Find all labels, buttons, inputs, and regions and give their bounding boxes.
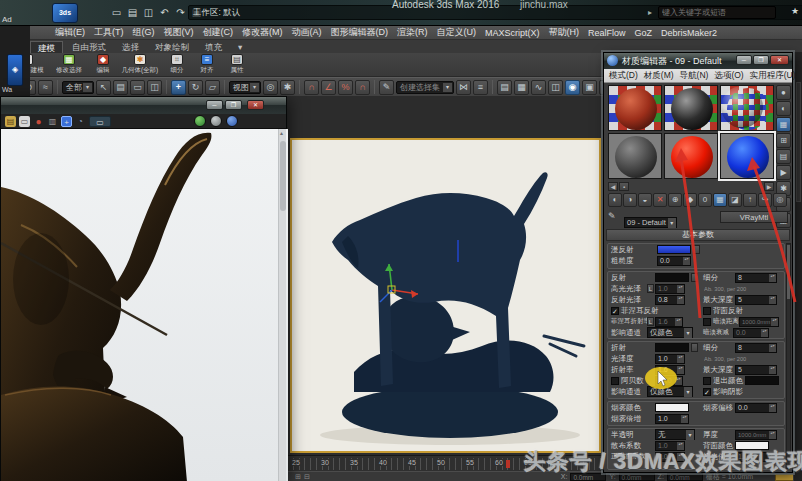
material-type-button[interactable]: VRayMtl xyxy=(720,211,788,223)
reflect-affect-channels-dropdown[interactable]: 仅颜色 xyxy=(647,327,693,338)
back-reflect-checkbox[interactable] xyxy=(703,307,711,315)
abbe-field[interactable]: 50.0 xyxy=(655,376,683,386)
window-crossing-icon[interactable]: ◫ xyxy=(147,80,162,95)
rectangular-selection-icon[interactable]: ▭ xyxy=(130,80,145,95)
save-icon[interactable]: ◫ xyxy=(142,6,155,19)
get-material-icon[interactable]: ◐ xyxy=(608,193,622,207)
material-editor-icon[interactable]: ◉ xyxy=(565,80,580,95)
curve-editor-icon[interactable]: ∿ xyxy=(531,80,546,95)
hilight-lock-button[interactable]: L xyxy=(647,284,654,293)
exit-color-checkbox[interactable] xyxy=(703,377,711,385)
make-preview-icon[interactable]: ▶ xyxy=(776,165,791,180)
ribbon-tab-modeling[interactable]: 建模 xyxy=(30,41,63,53)
infocenter-arrow-icon[interactable]: ▸ xyxy=(648,8,652,17)
fresnel-ior-lock-button[interactable]: L xyxy=(647,317,654,326)
favorites-star-icon[interactable]: ★ xyxy=(791,6,799,16)
redo-icon[interactable]: ↷ xyxy=(174,6,187,19)
reflect-max-depth-field[interactable]: 5 xyxy=(735,295,777,305)
show-end-result-icon[interactable]: ◪ xyxy=(728,193,742,207)
diffuse-color-swatch[interactable] xyxy=(657,245,691,254)
menu-views[interactable]: 视图(V) xyxy=(164,26,194,39)
reflect-subdivs-field[interactable]: 8 xyxy=(735,273,777,283)
material-editor-window[interactable]: 材质编辑器 - 09 - Default ─ ❐ ✕ 模式(D) 材质(M) 导… xyxy=(603,52,793,473)
ribbon-button-edit[interactable]: ◆ 编辑 xyxy=(90,54,116,75)
go-to-parent-icon[interactable]: ↑ xyxy=(743,193,757,207)
fog-mult-field[interactable]: 1.0 xyxy=(655,414,689,424)
slot-scroll-right-icon[interactable]: ▶ xyxy=(764,182,774,191)
ribbon-button-modify-selection[interactable]: ▦ 修改选择 xyxy=(52,54,86,75)
put-to-scene-icon[interactable]: ◑ xyxy=(623,193,637,207)
select-object-icon[interactable]: ↖ xyxy=(96,80,111,95)
menu-group[interactable]: 组(G) xyxy=(133,26,155,39)
dim-distance-field[interactable]: 1000.0mm xyxy=(739,317,779,327)
use-pivot-center-icon[interactable]: ◎ xyxy=(263,80,278,95)
ribbon-button-geometry-all[interactable]: ✱ 几何体(全部) xyxy=(120,54,160,75)
undo-icon[interactable]: ↶ xyxy=(158,6,171,19)
menu-realflow[interactable]: RealFlow xyxy=(588,28,626,38)
schematic-view-icon[interactable]: ◫ xyxy=(548,80,563,95)
snap-toggle-3d-icon[interactable]: ∩ xyxy=(304,80,319,95)
mirror-icon[interactable]: ⋈ xyxy=(456,80,471,95)
me-menu-modes[interactable]: 模式(D) xyxy=(609,70,638,82)
put-to-library-icon[interactable]: ◆ xyxy=(683,193,697,207)
select-by-name-icon[interactable]: ▤ xyxy=(113,80,128,95)
spinner-snap-icon[interactable]: ∩ xyxy=(355,80,370,95)
graphite-ribbon-toggle-icon[interactable]: ▦ xyxy=(514,80,529,95)
me-menu-material[interactable]: 材质(M) xyxy=(644,70,674,82)
sample-slot-5-red-material[interactable] xyxy=(664,133,718,179)
record-icon[interactable]: ● xyxy=(33,116,44,127)
menu-rendering[interactable]: 渲染(R) xyxy=(397,26,428,39)
reflect-map-button[interactable] xyxy=(691,273,698,282)
ior-field[interactable]: 1.6 xyxy=(655,365,685,375)
maximize-icon[interactable]: ❐ xyxy=(225,100,242,110)
menu-animation[interactable]: 动画(A) xyxy=(292,26,322,39)
diffuse-map-button[interactable] xyxy=(693,245,700,254)
basic-parameters-rollout[interactable]: 基本参数 xyxy=(606,229,790,241)
maximize-icon[interactable]: ❐ xyxy=(753,55,769,65)
align-icon[interactable]: ≡ xyxy=(473,80,488,95)
minimize-icon[interactable]: ─ xyxy=(206,100,223,110)
menu-maxscript[interactable]: MAXScript(X) xyxy=(485,28,540,38)
sample-slot-2[interactable] xyxy=(664,85,718,131)
render-setup-icon[interactable]: ▣ xyxy=(582,80,597,95)
refract-gloss-field[interactable]: 1.0 xyxy=(655,354,685,364)
refract-color-swatch[interactable] xyxy=(655,343,689,352)
rotate-view-icon[interactable]: ◔ xyxy=(75,116,86,127)
sample-slot-3[interactable] xyxy=(720,85,774,131)
cascade-icon[interactable]: ▥ xyxy=(47,116,58,127)
close-icon[interactable]: ✕ xyxy=(247,100,264,110)
sample-slot-1[interactable] xyxy=(608,85,662,131)
material-name-dropdown[interactable]: 09 - Default xyxy=(624,217,677,228)
bind-to-space-warp-icon[interactable]: ≈ xyxy=(38,80,53,95)
reset-map-icon[interactable]: ✕ xyxy=(653,193,667,207)
ribbon-button-align[interactable]: ≡ 对齐 xyxy=(194,54,220,75)
show-in-viewport-icon[interactable]: ▦ xyxy=(713,193,727,207)
image-viewer-titlebar[interactable]: ─ ❐ ✕ xyxy=(1,97,286,114)
dim-falloff-field[interactable]: 0.0 xyxy=(733,328,769,338)
sample-color-icon[interactable]: ◎ xyxy=(773,193,787,207)
ribbon-tab-populate[interactable]: 填充 xyxy=(198,41,229,53)
refract-subdivs-field[interactable]: 8 xyxy=(735,343,777,353)
material-editor-scrollbar[interactable] xyxy=(786,243,791,469)
exit-color-swatch[interactable] xyxy=(745,376,779,385)
zoom-tool-icon-active[interactable]: + xyxy=(61,116,72,127)
fresnel-checkbox[interactable]: ✓ xyxy=(611,307,619,315)
perspective-viewport[interactable] xyxy=(290,138,601,453)
ribbon-tab-object-paint[interactable]: 对象绘制 xyxy=(148,41,196,53)
reference-coordinate-dropdown[interactable]: 视图 xyxy=(229,81,261,94)
edit-named-selection-icon[interactable]: ✎ xyxy=(379,80,394,95)
video-color-check-icon[interactable]: ▤ xyxy=(776,149,791,164)
sample-uv-tiling-icon[interactable]: ⊞ xyxy=(776,133,791,148)
new-file-icon[interactable]: ▭ xyxy=(110,6,123,19)
menu-customize[interactable]: 自定义(U) xyxy=(437,26,477,39)
reflect-gloss-field[interactable]: 0.8 xyxy=(655,295,685,305)
abbe-checkbox[interactable] xyxy=(611,377,619,385)
slot-scroll-left-icon[interactable]: ◀ xyxy=(608,182,618,191)
hilight-gloss-field[interactable]: 1.0 xyxy=(655,284,685,294)
named-selection-sets-field[interactable]: 创建选择集 xyxy=(396,81,454,94)
roughness-field[interactable]: 0.0 xyxy=(657,256,691,266)
isolate-icon[interactable]: ⊞ xyxy=(295,473,301,481)
minimize-icon[interactable]: ─ xyxy=(736,55,752,65)
refract-max-depth-field[interactable]: 5 xyxy=(735,365,777,375)
me-menu-navigation[interactable]: 导航(N) xyxy=(680,70,709,82)
